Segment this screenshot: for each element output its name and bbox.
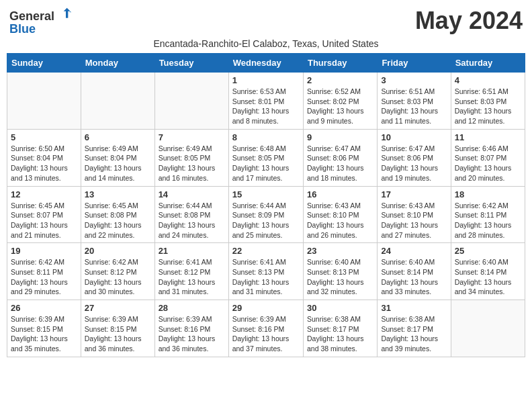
day-info: Sunrise: 6:44 AM Sunset: 8:08 PM Dayligh… — [159, 201, 225, 240]
calendar-cell: 1Sunrise: 6:53 AM Sunset: 8:01 PM Daylig… — [228, 73, 303, 130]
calendar-cell: 30Sunrise: 6:38 AM Sunset: 8:17 PM Dayli… — [303, 300, 377, 357]
calendar-cell: 2Sunrise: 6:52 AM Sunset: 8:02 PM Daylig… — [303, 73, 377, 130]
day-number: 15 — [232, 189, 300, 199]
day-info: Sunrise: 6:45 AM Sunset: 8:08 PM Dayligh… — [85, 201, 151, 240]
day-number: 22 — [232, 246, 300, 256]
day-info: Sunrise: 6:39 AM Sunset: 8:15 PM Dayligh… — [85, 314, 151, 354]
calendar-cell: 12Sunrise: 6:45 AM Sunset: 8:07 PM Dayli… — [7, 186, 81, 243]
calendar-cell: 18Sunrise: 6:42 AM Sunset: 8:11 PM Dayli… — [451, 186, 525, 243]
day-number: 6 — [85, 132, 151, 142]
day-info: Sunrise: 6:49 AM Sunset: 8:05 PM Dayligh… — [159, 144, 225, 183]
day-info: Sunrise: 6:42 AM Sunset: 8:11 PM Dayligh… — [11, 257, 77, 297]
day-header-friday: Friday — [378, 54, 451, 73]
day-number: 14 — [159, 189, 225, 199]
calendar-subtitle: Encantada-Ranchito-El Calaboz, Texas, Un… — [7, 38, 525, 49]
calendar-cell: 13Sunrise: 6:45 AM Sunset: 8:08 PM Dayli… — [81, 186, 154, 243]
day-number: 12 — [11, 189, 77, 199]
calendar-cell: 25Sunrise: 6:40 AM Sunset: 8:14 PM Dayli… — [451, 243, 525, 300]
calendar-cell: 19Sunrise: 6:42 AM Sunset: 8:11 PM Dayli… — [7, 243, 81, 300]
day-info: Sunrise: 6:52 AM Sunset: 8:02 PM Dayligh… — [307, 87, 373, 126]
day-number: 21 — [159, 246, 225, 256]
calendar-cell: 8Sunrise: 6:48 AM Sunset: 8:05 PM Daylig… — [228, 129, 303, 186]
day-number: 23 — [307, 246, 373, 256]
day-info: Sunrise: 6:43 AM Sunset: 8:10 PM Dayligh… — [381, 201, 447, 240]
calendar-cell: 24Sunrise: 6:40 AM Sunset: 8:14 PM Dayli… — [378, 243, 451, 300]
day-info: Sunrise: 6:40 AM Sunset: 8:14 PM Dayligh… — [381, 257, 447, 297]
calendar-week-row: 19Sunrise: 6:42 AM Sunset: 8:11 PM Dayli… — [7, 243, 525, 300]
day-info: Sunrise: 6:42 AM Sunset: 8:11 PM Dayligh… — [455, 201, 521, 240]
day-info: Sunrise: 6:42 AM Sunset: 8:12 PM Dayligh… — [85, 257, 151, 297]
calendar-cell: 6Sunrise: 6:49 AM Sunset: 8:04 PM Daylig… — [81, 129, 154, 186]
calendar-table: SundayMondayTuesdayWednesdayThursdayFrid… — [7, 53, 525, 357]
day-number: 10 — [381, 132, 447, 142]
day-info: Sunrise: 6:40 AM Sunset: 8:14 PM Dayligh… — [455, 257, 521, 297]
day-info: Sunrise: 6:48 AM Sunset: 8:05 PM Dayligh… — [232, 144, 300, 183]
day-number: 19 — [11, 246, 77, 256]
page-header: General Blue May 2024 — [7, 7, 525, 36]
day-info: Sunrise: 6:38 AM Sunset: 8:17 PM Dayligh… — [307, 314, 373, 354]
calendar-cell: 15Sunrise: 6:44 AM Sunset: 8:09 PM Dayli… — [228, 186, 303, 243]
logo-icon — [59, 7, 73, 20]
day-number: 31 — [381, 303, 447, 313]
calendar-cell — [81, 73, 154, 130]
day-number: 26 — [11, 303, 77, 313]
day-number: 13 — [85, 189, 151, 199]
calendar-cell: 10Sunrise: 6:47 AM Sunset: 8:06 PM Dayli… — [378, 129, 451, 186]
day-number: 7 — [159, 132, 225, 142]
calendar-cell — [7, 73, 81, 130]
day-number: 16 — [307, 189, 373, 199]
day-number: 5 — [11, 132, 77, 142]
day-info: Sunrise: 6:41 AM Sunset: 8:12 PM Dayligh… — [159, 257, 225, 297]
day-number: 4 — [455, 75, 521, 85]
day-number: 1 — [232, 75, 300, 85]
day-info: Sunrise: 6:38 AM Sunset: 8:17 PM Dayligh… — [381, 314, 447, 354]
calendar-cell: 29Sunrise: 6:39 AM Sunset: 8:16 PM Dayli… — [228, 300, 303, 357]
day-header-saturday: Saturday — [451, 54, 525, 73]
calendar-cell: 16Sunrise: 6:43 AM Sunset: 8:10 PM Dayli… — [303, 186, 377, 243]
day-number: 25 — [455, 246, 521, 256]
day-info: Sunrise: 6:49 AM Sunset: 8:04 PM Dayligh… — [85, 144, 151, 183]
calendar-cell: 28Sunrise: 6:39 AM Sunset: 8:16 PM Dayli… — [154, 300, 228, 357]
day-number: 8 — [232, 132, 300, 142]
calendar-cell: 5Sunrise: 6:50 AM Sunset: 8:04 PM Daylig… — [7, 129, 81, 186]
calendar-cell: 21Sunrise: 6:41 AM Sunset: 8:12 PM Dayli… — [154, 243, 228, 300]
calendar-cell: 26Sunrise: 6:39 AM Sunset: 8:15 PM Dayli… — [7, 300, 81, 357]
calendar-cell: 3Sunrise: 6:51 AM Sunset: 8:03 PM Daylig… — [378, 73, 451, 130]
calendar-cell: 20Sunrise: 6:42 AM Sunset: 8:12 PM Dayli… — [81, 243, 154, 300]
calendar-cell: 11Sunrise: 6:46 AM Sunset: 8:07 PM Dayli… — [451, 129, 525, 186]
day-info: Sunrise: 6:47 AM Sunset: 8:06 PM Dayligh… — [307, 144, 373, 183]
day-number: 9 — [307, 132, 373, 142]
day-number: 24 — [381, 246, 447, 256]
day-number: 28 — [159, 303, 225, 313]
calendar-week-row: 1Sunrise: 6:53 AM Sunset: 8:01 PM Daylig… — [7, 73, 525, 130]
day-info: Sunrise: 6:46 AM Sunset: 8:07 PM Dayligh… — [455, 144, 521, 183]
calendar-cell: 17Sunrise: 6:43 AM Sunset: 8:10 PM Dayli… — [378, 186, 451, 243]
day-header-sunday: Sunday — [7, 54, 81, 73]
day-info: Sunrise: 6:39 AM Sunset: 8:16 PM Dayligh… — [232, 314, 300, 354]
day-number: 3 — [381, 75, 447, 85]
day-number: 11 — [455, 132, 521, 142]
day-info: Sunrise: 6:40 AM Sunset: 8:13 PM Dayligh… — [307, 257, 373, 297]
day-number: 30 — [307, 303, 373, 313]
calendar-week-row: 26Sunrise: 6:39 AM Sunset: 8:15 PM Dayli… — [7, 300, 525, 357]
day-number: 18 — [455, 189, 521, 199]
day-number: 20 — [85, 246, 151, 256]
calendar-cell: 14Sunrise: 6:44 AM Sunset: 8:08 PM Dayli… — [154, 186, 228, 243]
calendar-cell — [154, 73, 228, 130]
calendar-cell: 23Sunrise: 6:40 AM Sunset: 8:13 PM Dayli… — [303, 243, 377, 300]
day-header-monday: Monday — [81, 54, 154, 73]
calendar-cell: 22Sunrise: 6:41 AM Sunset: 8:13 PM Dayli… — [228, 243, 303, 300]
day-info: Sunrise: 6:45 AM Sunset: 8:07 PM Dayligh… — [11, 201, 77, 240]
logo-general-text: General — [9, 7, 73, 23]
day-info: Sunrise: 6:50 AM Sunset: 8:04 PM Dayligh… — [11, 144, 77, 183]
day-info: Sunrise: 6:51 AM Sunset: 8:03 PM Dayligh… — [455, 87, 521, 126]
day-info: Sunrise: 6:43 AM Sunset: 8:10 PM Dayligh… — [307, 201, 373, 240]
day-info: Sunrise: 6:53 AM Sunset: 8:01 PM Dayligh… — [232, 87, 300, 126]
day-number: 27 — [85, 303, 151, 313]
day-header-wednesday: Wednesday — [228, 54, 303, 73]
calendar-cell: 27Sunrise: 6:39 AM Sunset: 8:15 PM Dayli… — [81, 300, 154, 357]
day-info: Sunrise: 6:47 AM Sunset: 8:06 PM Dayligh… — [381, 144, 447, 183]
calendar-cell: 7Sunrise: 6:49 AM Sunset: 8:05 PM Daylig… — [154, 129, 228, 186]
calendar-header-row: SundayMondayTuesdayWednesdayThursdayFrid… — [7, 54, 525, 73]
calendar-cell: 9Sunrise: 6:47 AM Sunset: 8:06 PM Daylig… — [303, 129, 377, 186]
